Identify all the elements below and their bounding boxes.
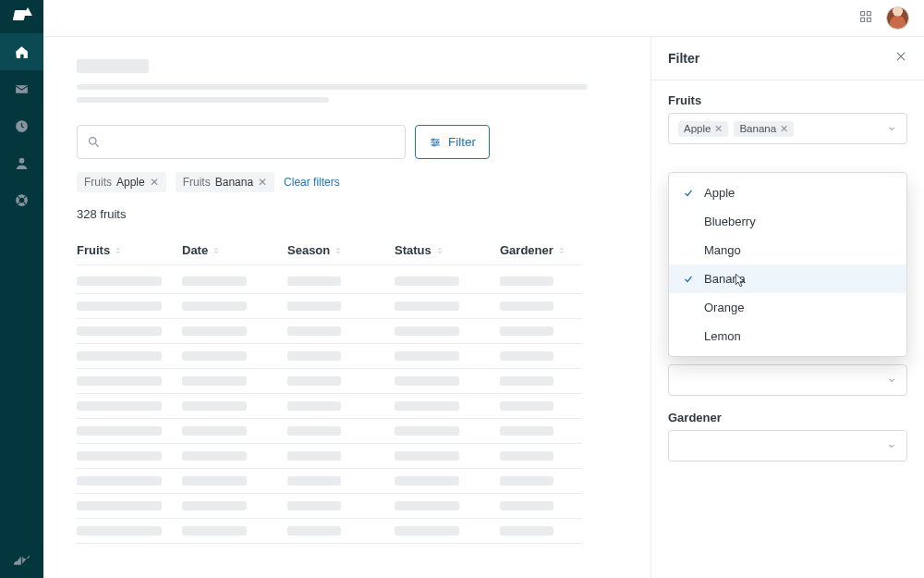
selected-tag[interactable]: Apple✕	[678, 121, 728, 137]
svg-point-3	[19, 197, 25, 203]
cell-skeleton	[287, 426, 341, 436]
fruits-dropdown[interactable]: AppleBlueberryMangoBananaOrangeLemon	[668, 172, 907, 357]
table-row[interactable]	[77, 394, 582, 419]
cell-skeleton	[182, 277, 247, 286]
svg-point-9	[432, 138, 434, 140]
fruits-multiselect[interactable]: Apple✕Banana✕	[668, 113, 907, 144]
clear-filters-link[interactable]: Clear filters	[284, 176, 340, 189]
dropdown-option[interactable]: Orange	[669, 293, 906, 322]
cell-skeleton	[500, 401, 553, 411]
search-icon	[87, 135, 101, 149]
cell-skeleton	[77, 277, 162, 286]
chip-remove-icon[interactable]: ✕	[258, 176, 267, 189]
selected-tag[interactable]: Banana✕	[734, 121, 794, 137]
nav-mail[interactable]	[0, 70, 43, 107]
cell-skeleton	[395, 426, 459, 436]
cell-skeleton	[77, 501, 162, 510]
nav-rail	[0, 0, 43, 578]
sort-icon	[435, 246, 444, 255]
cell-skeleton	[182, 376, 247, 386]
cell-skeleton	[77, 476, 162, 486]
cell-skeleton	[182, 401, 247, 411]
table-row[interactable]	[77, 269, 582, 294]
option-label: Apple	[704, 186, 735, 200]
cell-skeleton	[77, 426, 162, 436]
column-header[interactable]: Fruits	[77, 243, 182, 257]
table-row[interactable]	[77, 369, 582, 394]
cell-skeleton	[500, 326, 553, 336]
chip-key: Fruits	[84, 176, 112, 189]
nav-recent[interactable]	[0, 107, 43, 144]
check-icon	[682, 274, 695, 285]
cell-skeleton	[500, 526, 553, 535]
result-count: 328 fruits	[77, 207, 617, 221]
cell-skeleton	[287, 451, 341, 461]
cell-skeleton	[395, 526, 459, 535]
chip-remove-icon[interactable]: ✕	[150, 176, 159, 189]
apps-button[interactable]	[858, 9, 873, 28]
column-header[interactable]: Season	[287, 243, 395, 257]
mail-icon	[14, 81, 30, 97]
filter-button[interactable]: Filter	[415, 125, 490, 159]
svg-point-8	[90, 138, 97, 145]
dropdown-option[interactable]: Apple	[669, 178, 906, 207]
cell-skeleton	[395, 401, 459, 411]
dropdown-option[interactable]: Blueberry	[669, 207, 906, 236]
cell-skeleton	[287, 401, 341, 411]
cell-skeleton	[395, 376, 459, 386]
page-title-skeleton	[77, 59, 149, 73]
gardener-select[interactable]	[668, 430, 907, 461]
cell-skeleton	[500, 351, 553, 361]
tag-remove-icon[interactable]: ✕	[780, 123, 788, 135]
column-header[interactable]: Status	[395, 243, 500, 257]
tag-remove-icon[interactable]: ✕	[714, 123, 723, 135]
table-row[interactable]	[77, 444, 582, 469]
table-row[interactable]	[77, 319, 582, 344]
cell-skeleton	[287, 301, 341, 311]
column-header[interactable]: Gardener	[500, 243, 582, 257]
sort-icon	[334, 246, 343, 255]
tag-label: Banana	[739, 123, 776, 134]
cell-skeleton	[500, 426, 553, 436]
cell-skeleton	[287, 277, 341, 286]
main-column: Filter Fruits Apple ✕Fruits Banana ✕Clea…	[43, 0, 924, 578]
table-row[interactable]	[77, 344, 582, 369]
svg-rect-4	[861, 11, 865, 15]
option-label: Blueberry	[704, 215, 756, 228]
column-label: Fruits	[77, 243, 110, 257]
table-row[interactable]	[77, 469, 582, 494]
filter-chip[interactable]: Fruits Apple ✕	[77, 172, 166, 192]
column-header[interactable]: Date	[182, 243, 287, 257]
cell-skeleton	[395, 451, 459, 461]
nav-support[interactable]	[0, 181, 43, 218]
cell-skeleton	[182, 451, 247, 461]
search-input[interactable]	[77, 125, 406, 159]
filter-chip[interactable]: Fruits Banana ✕	[176, 172, 274, 192]
nav-home[interactable]	[0, 33, 43, 70]
cell-skeleton	[395, 301, 459, 311]
nav-zendesk[interactable]	[0, 541, 43, 578]
status-select[interactable]	[668, 364, 907, 396]
close-panel-button[interactable]	[894, 50, 907, 67]
lifebuoy-icon	[14, 192, 30, 208]
table-row[interactable]	[77, 494, 582, 519]
dropdown-option[interactable]: Banana	[669, 264, 906, 293]
table-row[interactable]	[77, 294, 582, 319]
dropdown-option[interactable]: Lemon	[669, 322, 906, 350]
apps-grid-icon	[858, 9, 873, 24]
cell-skeleton	[395, 501, 459, 510]
chip-value: Banana	[215, 176, 253, 189]
column-label: Date	[182, 243, 208, 257]
cell-skeleton	[287, 476, 341, 486]
data-table: FruitsDateSeasonStatusGardener	[77, 236, 582, 544]
table-row[interactable]	[77, 519, 582, 544]
table-row[interactable]	[77, 419, 582, 444]
dropdown-option[interactable]: Mango	[669, 236, 906, 264]
avatar[interactable]	[886, 6, 909, 30]
nav-user[interactable]	[0, 144, 43, 181]
cell-skeleton	[395, 326, 459, 336]
filter-button-label: Filter	[448, 135, 476, 149]
cell-skeleton	[182, 301, 247, 311]
cell-skeleton	[182, 426, 247, 436]
clock-icon	[14, 118, 30, 134]
